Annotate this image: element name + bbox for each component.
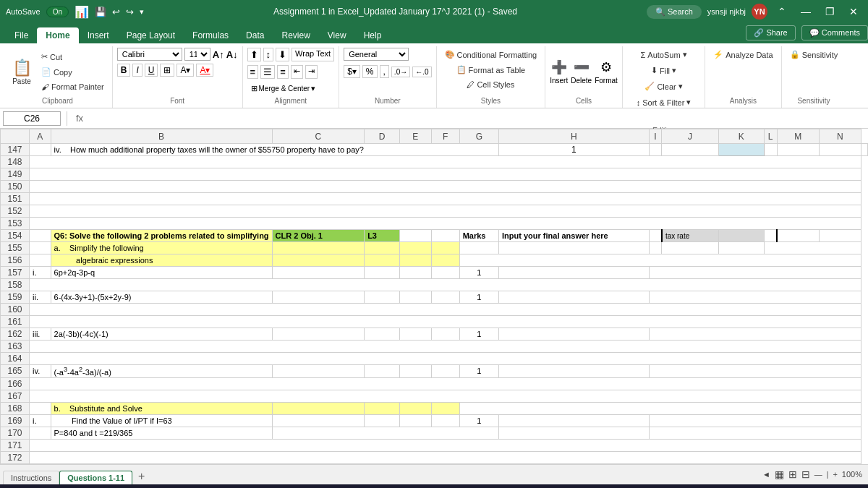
cell-a147[interactable]	[30, 144, 51, 156]
cell-a155[interactable]	[30, 242, 51, 254]
cell-h155[interactable]	[499, 242, 650, 254]
close-button[interactable]: ✕	[845, 4, 862, 19]
cell-e168[interactable]	[399, 402, 431, 414]
row-166-header[interactable]: 166	[1, 377, 30, 390]
cell-h170[interactable]	[499, 427, 650, 439]
cell-styles-button[interactable]: 🖊 Cell Styles	[463, 78, 518, 91]
row-162-header[interactable]: 162	[1, 328, 30, 341]
cell-d157[interactable]	[365, 267, 400, 279]
row-169-header[interactable]: 169	[1, 414, 30, 427]
col-header-c[interactable]: C	[272, 129, 365, 144]
cell-d154[interactable]: L3	[365, 230, 400, 242]
cell-172-empty[interactable]	[30, 451, 861, 463]
tab-review[interactable]: Review	[273, 27, 318, 43]
cell-f159[interactable]	[431, 291, 459, 304]
currency-button[interactable]: $▾	[344, 65, 360, 78]
cell-c157[interactable]	[272, 267, 365, 279]
cell-b169[interactable]: Find the Value of I/PT if I=63	[51, 414, 272, 427]
add-sheet-button[interactable]: +	[132, 468, 150, 484]
font-color-button[interactable]: A▾	[196, 64, 213, 77]
cell-g165[interactable]: 1	[459, 365, 498, 378]
cell-166-empty[interactable]	[30, 377, 861, 390]
row-165-header[interactable]: 165	[1, 365, 30, 378]
percent-button[interactable]: %	[362, 65, 378, 78]
cell-i155[interactable]	[649, 242, 662, 254]
col-header-e[interactable]: E	[399, 129, 431, 144]
cell-d168[interactable]	[365, 402, 400, 414]
cell-c154[interactable]: CLR 2 Obj. 1	[272, 230, 365, 242]
font-size-select[interactable]: 11	[184, 48, 210, 61]
cell-b157[interactable]: 6p+2q-3p-q	[51, 267, 272, 279]
clear-dropdown[interactable]: ▾	[678, 82, 683, 91]
cell-164-empty[interactable]	[30, 353, 861, 365]
sheet-tab-questions[interactable]: Questions 1-11	[59, 471, 132, 484]
cell-f169[interactable]	[431, 414, 459, 427]
cell-c168[interactable]	[272, 402, 365, 414]
cell-h147[interactable]	[649, 144, 662, 156]
cell-a157[interactable]: i.	[30, 267, 51, 279]
wrap-text-button[interactable]: Wrap Text	[292, 48, 334, 61]
cell-h169[interactable]	[499, 414, 650, 427]
row-151-header[interactable]: 151	[1, 193, 30, 205]
row-154-header[interactable]: 154	[1, 230, 30, 242]
view-preview-button[interactable]: ⊟	[801, 468, 810, 480]
cell-h154[interactable]: Input your final answer here	[499, 230, 650, 242]
tab-page-layout[interactable]: Page Layout	[118, 27, 184, 43]
font-family-select[interactable]: Calibri	[117, 48, 182, 61]
cell-160-empty[interactable]	[30, 304, 861, 316]
delete-cells-label[interactable]: Delete	[571, 77, 592, 85]
align-middle-button[interactable]: ↕	[263, 48, 274, 61]
cell-h159[interactable]	[499, 291, 650, 304]
cell-i154[interactable]	[649, 230, 662, 242]
cell-a170[interactable]	[30, 427, 51, 439]
cell-158-empty[interactable]	[30, 279, 861, 291]
cell-b168[interactable]: b. Substitute and Solve	[51, 402, 272, 414]
cell-d162[interactable]	[365, 328, 400, 341]
cell-a159[interactable]: ii.	[30, 291, 51, 304]
cell-n147[interactable]	[861, 144, 868, 156]
cell-j155[interactable]	[662, 242, 718, 254]
align-bottom-button[interactable]: ⬇	[276, 48, 289, 61]
cell-l154[interactable]	[764, 230, 777, 242]
cell-167-empty[interactable]	[30, 390, 861, 402]
tab-home[interactable]: Home	[37, 27, 78, 43]
share-button[interactable]: 🔗 Share	[746, 25, 795, 40]
row-158-header[interactable]: 158	[1, 279, 30, 291]
autosave-toggle[interactable]: On	[46, 7, 69, 17]
col-header-l[interactable]: L	[764, 129, 777, 144]
cell-152-empty[interactable]	[30, 205, 861, 218]
cell-j154[interactable]: tax rate	[662, 230, 718, 242]
italic-button[interactable]: I	[132, 64, 142, 77]
row-155-header[interactable]: 155	[1, 242, 30, 254]
cell-a169[interactable]: i.	[30, 414, 51, 427]
cell-e157[interactable]	[399, 267, 431, 279]
col-header-f[interactable]: F	[431, 129, 459, 144]
number-format-select[interactable]: General	[344, 48, 409, 61]
tab-file[interactable]: File	[6, 27, 37, 43]
format-as-table-button[interactable]: 📋 Format as Table	[453, 63, 529, 77]
row-160-header[interactable]: 160	[1, 304, 30, 316]
row-171-header[interactable]: 171	[1, 439, 30, 451]
col-header-n[interactable]: N	[819, 129, 861, 144]
fill-button[interactable]: ⬇ Fill ▾	[647, 64, 680, 77]
row-168-header[interactable]: 168	[1, 402, 30, 414]
row-156-header[interactable]: 156	[1, 254, 30, 267]
cut-button[interactable]: ✂ Cut	[38, 50, 108, 64]
border-button[interactable]: ⊞	[160, 64, 174, 77]
row-157-header[interactable]: 157	[1, 267, 30, 279]
view-layout-button[interactable]: ⊞	[788, 468, 797, 480]
cell-l147[interactable]	[777, 144, 819, 156]
clear-button[interactable]: 🧹 Clear ▾	[641, 80, 686, 93]
autosum-dropdown[interactable]: ▾	[683, 50, 687, 59]
cell-a165[interactable]: iv.	[30, 365, 51, 378]
cell-b147[interactable]: iv. How much additional property taxes w…	[51, 144, 498, 156]
cell-m154[interactable]	[777, 230, 819, 242]
cell-f155[interactable]	[431, 242, 459, 254]
row-152-header[interactable]: 152	[1, 205, 30, 218]
cell-e162[interactable]	[399, 328, 431, 341]
cell-151-empty[interactable]	[30, 193, 861, 205]
sort-dropdown[interactable]: ▾	[686, 98, 691, 107]
cell-e165[interactable]	[399, 365, 431, 378]
cell-c159[interactable]	[272, 291, 365, 304]
cell-c156[interactable]	[272, 254, 365, 267]
